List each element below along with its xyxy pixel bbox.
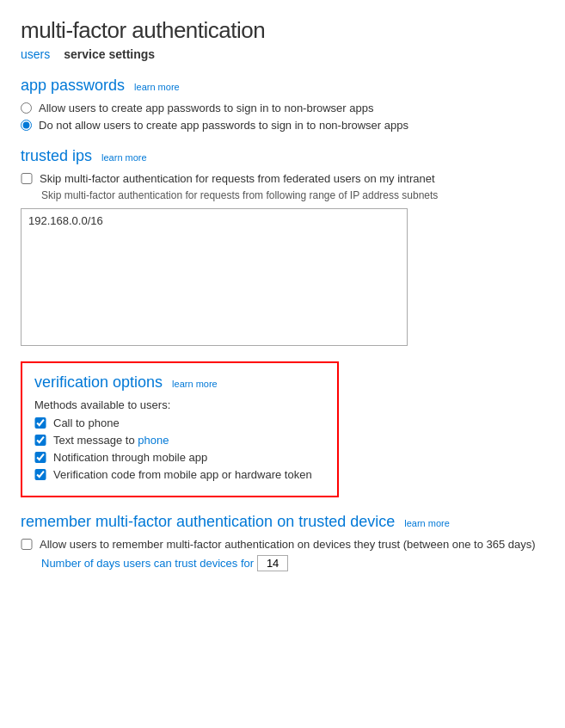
days-label: Number of days users can trust devices f… <box>41 557 254 570</box>
method-text-checkbox[interactable] <box>34 435 46 446</box>
radio-allow-input[interactable] <box>21 102 32 114</box>
method-text-message: Text message to phone <box>34 434 325 447</box>
method-token-checkbox[interactable] <box>34 469 46 480</box>
method-call-checkbox[interactable] <box>34 417 46 429</box>
skip-federated-option: Skip multi-factor authentication for req… <box>21 172 544 185</box>
app-passwords-title: app passwords learn more <box>21 77 544 95</box>
page-title: multi-factor authentication <box>21 17 544 44</box>
ip-range-hint: Skip multi-factor authentication for req… <box>41 189 544 201</box>
allow-remember-option: Allow users to remember multi-factor aut… <box>21 538 544 551</box>
radio-disallow-input[interactable] <box>21 120 32 131</box>
days-input[interactable] <box>257 555 288 571</box>
radio-allow-label: Allow users to create app passwords to s… <box>39 102 373 114</box>
text-phone-link[interactable]: phone <box>138 434 169 447</box>
remember-mfa-title: remember multi-factor authentication on … <box>21 513 544 531</box>
allow-remember-label: Allow users to remember multi-factor aut… <box>40 538 536 551</box>
radio-disallow-app-passwords: Do not allow users to create app passwor… <box>21 119 544 132</box>
method-call-to-phone: Call to phone <box>34 416 325 429</box>
method-mobile-checkbox[interactable] <box>34 452 46 463</box>
method-mobile-notification: Notification through mobile app <box>34 451 325 464</box>
trusted-ips-title: trusted ips learn more <box>21 147 544 165</box>
method-call-label: Call to phone <box>53 416 120 429</box>
days-row: Number of days users can trust devices f… <box>41 555 544 571</box>
ip-subnets-textarea[interactable]: 192.168.0.0/16 <box>21 208 408 346</box>
verification-options-learn-more[interactable]: learn more <box>172 379 218 389</box>
remember-mfa-learn-more[interactable]: learn more <box>404 518 450 528</box>
radio-allow-app-passwords: Allow users to create app passwords to s… <box>21 102 544 114</box>
method-token-label: Verification code from mobile app or har… <box>53 468 312 481</box>
tab-users[interactable]: users <box>21 47 50 61</box>
tab-service-settings[interactable]: service settings <box>64 47 155 61</box>
trusted-ips-section: trusted ips learn more Skip multi-factor… <box>21 147 544 346</box>
tabs-container: users service settings <box>21 47 544 61</box>
method-hardware-token: Verification code from mobile app or har… <box>34 468 325 481</box>
method-text-label: Text message to phone <box>53 434 169 447</box>
app-passwords-section: app passwords learn more Allow users to … <box>21 77 544 132</box>
method-mobile-label: Notification through mobile app <box>53 451 207 464</box>
skip-federated-label: Skip multi-factor authentication for req… <box>40 172 435 185</box>
radio-disallow-label: Do not allow users to create app passwor… <box>39 119 408 132</box>
verification-options-section: verification options learn more Methods … <box>21 361 339 497</box>
skip-federated-checkbox[interactable] <box>21 173 33 184</box>
trusted-ips-learn-more[interactable]: learn more <box>101 152 147 163</box>
remember-mfa-section: remember multi-factor authentication on … <box>21 513 544 571</box>
allow-remember-checkbox[interactable] <box>21 539 33 550</box>
app-passwords-learn-more[interactable]: learn more <box>134 82 180 92</box>
verification-options-title: verification options learn more <box>34 373 325 392</box>
methods-label: Methods available to users: <box>34 398 325 411</box>
